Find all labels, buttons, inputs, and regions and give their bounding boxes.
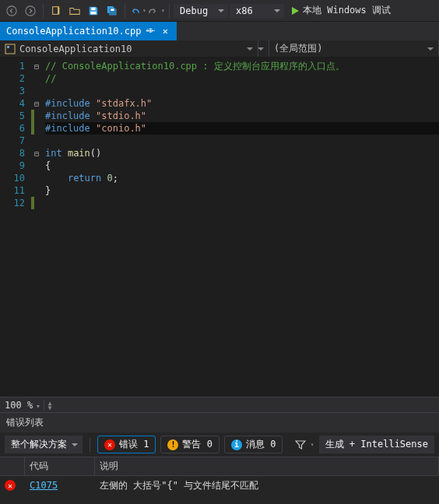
svg-rect-3 — [91, 7, 95, 10]
close-icon[interactable]: ✕ — [160, 26, 170, 37]
error-row[interactable]: ✕C1075左侧的 大括号"{" 与文件结尾不匹配 — [0, 476, 439, 495]
play-icon — [290, 6, 300, 16]
svg-point-1 — [26, 5, 35, 15]
svg-rect-4 — [91, 11, 97, 14]
svg-rect-7 — [7, 46, 9, 48]
error-code-link[interactable]: C1075 — [30, 480, 58, 491]
svg-rect-5 — [111, 9, 114, 11]
run-label: 本地 Windows 调试 — [303, 4, 391, 17]
tab-label: ConsoleApplication10.cpp — [6, 26, 141, 37]
pin-icon[interactable]: ⬲ — [146, 26, 155, 37]
error-list-title: 错误列表 — [0, 413, 439, 432]
member-dropdown[interactable]: (全局范围) — [269, 40, 439, 57]
undo-icon[interactable]: ▾ — [129, 2, 146, 19]
messages-filter-pill[interactable]: i 消息 0 — [224, 436, 283, 453]
nav-mid[interactable] — [258, 40, 269, 57]
new-file-icon[interactable] — [47, 2, 65, 19]
zoom-level-dropdown[interactable]: 100 % — [5, 400, 40, 411]
redo-icon[interactable]: ▾ — [148, 2, 165, 19]
code-area[interactable]: // ConsoleApplication10.cpp : 定义控制台应用程序的… — [42, 58, 439, 397]
separator — [43, 4, 44, 18]
save-all-icon[interactable] — [104, 2, 121, 19]
svg-point-0 — [7, 5, 16, 15]
chevron-down-icon[interactable]: ▾ — [311, 441, 314, 448]
warnings-filter-pill[interactable]: ! 警告 0 — [160, 436, 219, 453]
source-dropdown[interactable]: 生成 + IntelliSense — [319, 436, 434, 453]
code-nav-bar: ConsoleApplication10 (全局范围) — [0, 40, 439, 58]
open-file-icon[interactable] — [66, 2, 83, 19]
file-tabs: ConsoleApplication10.cpp ⬲ ✕ — [0, 22, 439, 40]
nav-back-icon[interactable] — [3, 2, 20, 19]
warning-icon: ! — [167, 439, 178, 450]
fold-column[interactable]: ⊟⊟⊟ — [31, 58, 42, 397]
tab-active[interactable]: ConsoleApplication10.cpp ⬲ ✕ — [0, 22, 177, 40]
code-editor[interactable]: 123456789101112 ⊟⊟⊟ // ConsoleApplicatio… — [0, 58, 439, 397]
filter-icon[interactable] — [295, 439, 306, 450]
project-icon — [5, 44, 16, 54]
separator — [44, 400, 44, 411]
line-numbers: 123456789101112 — [0, 58, 31, 397]
error-list-panel: 错误列表 整个解决方案 ✕ 错误 1 ! 警告 0 i 消息 0 ▾ 生成 + … — [0, 412, 439, 504]
save-icon[interactable] — [85, 2, 102, 19]
col-desc[interactable]: 说明 — [95, 457, 439, 475]
col-code[interactable]: 代码 — [25, 457, 95, 475]
separator — [125, 4, 125, 18]
config-dropdown[interactable]: Debug — [174, 4, 228, 18]
scope-dropdown[interactable]: ConsoleApplication10 — [0, 40, 258, 57]
platform-dropdown[interactable]: x86 — [230, 4, 284, 18]
separator — [90, 438, 90, 452]
error-desc: 左侧的 大括号"{" 与文件结尾不匹配 — [95, 477, 439, 495]
error-toolbar: 整个解决方案 ✕ 错误 1 ! 警告 0 i 消息 0 ▾ 生成 + Intel… — [0, 432, 439, 457]
zoom-arrows[interactable]: ▴▾ — [47, 401, 53, 410]
col-icon[interactable] — [0, 457, 25, 475]
run-button[interactable]: 本地 Windows 调试 — [286, 4, 395, 17]
error-grid: 代码 说明 ✕C1075左侧的 大括号"{" 与文件结尾不匹配 — [0, 457, 439, 495]
error-grid-header: 代码 说明 — [0, 457, 439, 476]
error-icon: ✕ — [5, 480, 16, 491]
scope-dropdown[interactable]: 整个解决方案 — [5, 436, 83, 453]
info-icon: i — [231, 439, 242, 450]
zoom-bar: 100 % ▴▾ — [0, 397, 439, 412]
main-toolbar: ▾ ▾ Debug x86 本地 Windows 调试 — [0, 0, 439, 22]
svg-rect-6 — [5, 44, 15, 54]
separator — [169, 4, 170, 18]
errors-filter-pill[interactable]: ✕ 错误 1 — [97, 436, 156, 453]
panel-padding — [0, 495, 439, 504]
nav-fwd-icon[interactable] — [22, 2, 39, 19]
error-icon: ✕ — [104, 439, 115, 450]
